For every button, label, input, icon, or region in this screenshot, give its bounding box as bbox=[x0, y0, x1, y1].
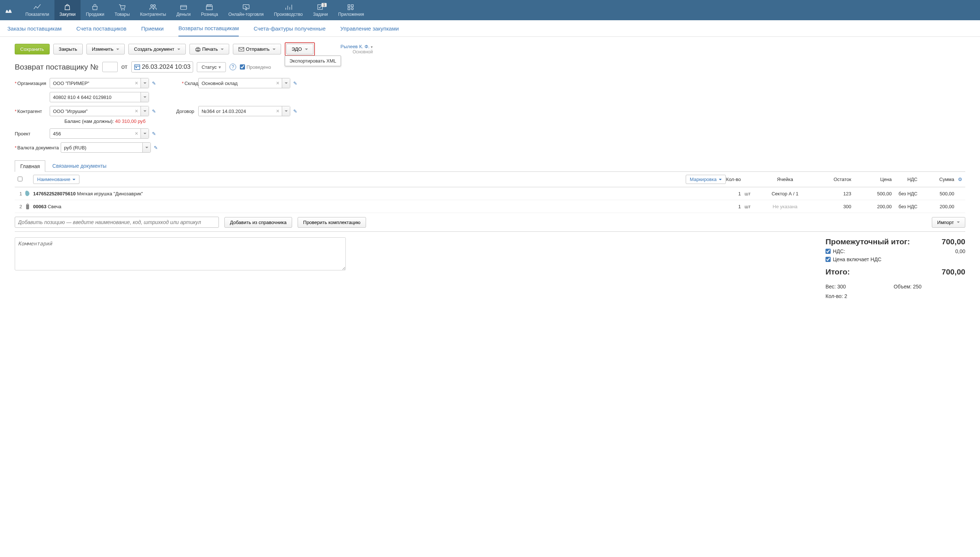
svg-rect-3 bbox=[243, 5, 249, 9]
account-select[interactable]: 40802 810 4 6442 0129810 bbox=[50, 92, 149, 102]
org-select[interactable]: ООО "ПРИМЕР"✕ bbox=[50, 78, 149, 88]
select-all-checkbox[interactable] bbox=[18, 177, 23, 181]
contract-select[interactable]: №364 от 14.03.2024✕ bbox=[198, 106, 290, 116]
clear-icon[interactable]: ✕ bbox=[276, 109, 280, 114]
subnav-returns[interactable]: Возвраты поставщикам bbox=[178, 21, 239, 36]
send-button[interactable]: Отправить bbox=[233, 44, 281, 54]
bag-icon bbox=[63, 3, 72, 11]
nav-money[interactable]: Деньги bbox=[171, 0, 196, 20]
nav-tasks[interactable]: 1Задачи bbox=[308, 0, 333, 20]
doc-number-input[interactable] bbox=[102, 62, 118, 72]
clear-icon[interactable]: ✕ bbox=[135, 131, 138, 136]
svg-point-8 bbox=[351, 8, 353, 10]
clear-icon[interactable]: ✕ bbox=[276, 81, 280, 86]
dropdown-icon[interactable] bbox=[140, 106, 149, 116]
top-nav: Показатели Закупки Продажи Товары Контра… bbox=[0, 0, 980, 20]
nav-counterparties[interactable]: Контрагенты bbox=[135, 0, 171, 20]
save-button[interactable]: Сохранить bbox=[15, 44, 50, 54]
edit-icon[interactable]: ✎ bbox=[293, 109, 297, 114]
name-column-dropdown[interactable]: Наименование bbox=[33, 175, 80, 184]
nav-goods[interactable]: Товары bbox=[110, 0, 135, 20]
subnav-bills[interactable]: Счета поставщиков bbox=[77, 21, 127, 36]
bottom-area: Промежуточный итог: 700,00 НДС: 0,00 Цен… bbox=[0, 232, 980, 305]
import-button[interactable]: Импорт bbox=[932, 217, 965, 228]
table-row[interactable]: 1 1476522528075610 Мягкая игрушка "Диноз… bbox=[15, 187, 965, 200]
dropdown-icon[interactable] bbox=[282, 106, 290, 116]
change-button[interactable]: Изменить bbox=[86, 44, 125, 54]
nav-purchases[interactable]: Закупки bbox=[54, 0, 81, 20]
subnav-manage[interactable]: Управление закупками bbox=[340, 21, 399, 36]
user-info[interactable]: Рылеев К. Ф.▾ Основной bbox=[341, 44, 373, 54]
help-icon[interactable]: ? bbox=[230, 64, 236, 70]
vat-checkbox[interactable] bbox=[825, 249, 831, 254]
add-item-input[interactable] bbox=[15, 217, 219, 228]
print-button[interactable]: Печать bbox=[189, 44, 230, 54]
chart-icon bbox=[33, 3, 41, 11]
caret-icon: ▾ bbox=[371, 45, 373, 49]
dropdown-icon[interactable] bbox=[140, 92, 149, 102]
status-button[interactable]: Статус▾ bbox=[197, 62, 226, 72]
nav-retail[interactable]: Розница bbox=[196, 0, 223, 20]
subnav-receipts[interactable]: Приемки bbox=[141, 21, 164, 36]
check-kit-button[interactable]: Проверить комплектацию bbox=[298, 217, 366, 228]
mark-column-dropdown[interactable]: Маркировка bbox=[686, 175, 726, 184]
nav-sales[interactable]: Продажи bbox=[81, 0, 109, 20]
svg-rect-6 bbox=[351, 5, 353, 7]
warehouse-select[interactable]: Основной склад✕ bbox=[198, 78, 290, 88]
items-table: Наименование Маркировка Кол-во Ячейка Ос… bbox=[0, 171, 980, 232]
dropdown-icon[interactable] bbox=[140, 78, 149, 88]
close-button[interactable]: Закрыть bbox=[53, 44, 83, 54]
add-from-directory-button[interactable]: Добавить из справочника bbox=[225, 217, 292, 228]
calendar-icon bbox=[134, 64, 140, 70]
edit-icon[interactable]: ✎ bbox=[152, 81, 156, 86]
doc-date-field[interactable]: 26.03.2024 10:03 bbox=[131, 62, 193, 72]
col-stock: Остаток bbox=[811, 177, 851, 182]
svg-rect-13 bbox=[135, 65, 140, 70]
comment-textarea[interactable] bbox=[15, 237, 346, 270]
col-cell: Ячейка bbox=[759, 177, 811, 182]
totals: Промежуточный итог: 700,00 НДС: 0,00 Цен… bbox=[825, 237, 965, 299]
dropdown-icon[interactable] bbox=[282, 78, 290, 88]
currency-select[interactable]: руб (RUB) bbox=[61, 142, 151, 153]
nav-indicators[interactable]: Показатели bbox=[20, 0, 54, 20]
nav-production[interactable]: Производство bbox=[269, 0, 308, 20]
table-row[interactable]: 2 00063 Свеча 1 шт Не указана 300 200,00… bbox=[15, 200, 965, 213]
price-inc-vat-checkbox[interactable] bbox=[825, 257, 831, 262]
create-doc-button[interactable]: Создать документ bbox=[129, 44, 186, 54]
edit-icon[interactable]: ✎ bbox=[293, 81, 297, 86]
store-icon bbox=[205, 3, 213, 11]
table-header: Наименование Маркировка Кол-во Ячейка Ос… bbox=[15, 171, 965, 187]
vat-value: 0,00 bbox=[956, 248, 965, 254]
dropdown-icon[interactable] bbox=[142, 143, 150, 152]
app-logo bbox=[4, 5, 15, 15]
counterparty-select[interactable]: ООО "Игрушки"✕ bbox=[50, 106, 149, 116]
svg-rect-2 bbox=[181, 5, 187, 9]
total-value: 700,00 bbox=[942, 267, 965, 276]
add-row: Добавить из справочника Проверить компле… bbox=[15, 213, 965, 232]
clear-icon[interactable]: ✕ bbox=[135, 81, 138, 86]
edo-button[interactable]: ЭДО bbox=[286, 44, 313, 54]
dropdown-icon[interactable] bbox=[140, 129, 149, 138]
toolbar: Сохранить Закрыть Изменить Создать докум… bbox=[0, 37, 980, 60]
tab-related[interactable]: Связанные документы bbox=[47, 160, 112, 171]
gear-icon[interactable]: ⚙ bbox=[958, 177, 965, 182]
subnav-orders[interactable]: Заказы поставщикам bbox=[7, 21, 62, 36]
monitor-icon bbox=[242, 3, 250, 11]
project-select[interactable]: 456✕ bbox=[50, 129, 149, 139]
cart-icon bbox=[118, 3, 126, 11]
edit-icon[interactable]: ✎ bbox=[152, 131, 156, 137]
svg-rect-14 bbox=[136, 67, 137, 68]
nav-apps[interactable]: Приложения bbox=[333, 0, 369, 20]
edit-icon[interactable]: ✎ bbox=[152, 109, 156, 114]
doc-tabs: Главная Связанные документы bbox=[0, 160, 980, 171]
nav-online[interactable]: Онлайн-торговля bbox=[223, 0, 269, 20]
people-icon bbox=[149, 3, 157, 11]
tab-main[interactable]: Главная bbox=[15, 160, 45, 172]
edit-icon[interactable]: ✎ bbox=[154, 145, 158, 150]
clear-icon[interactable]: ✕ bbox=[135, 109, 138, 114]
total-label: Итого: bbox=[825, 267, 850, 276]
subnav-invoices[interactable]: Счета-фактуры полученные bbox=[254, 21, 326, 36]
done-checkbox[interactable] bbox=[240, 64, 245, 70]
edo-dropdown-item[interactable]: Экспортировать XML bbox=[285, 55, 341, 66]
product-icon bbox=[24, 202, 32, 210]
